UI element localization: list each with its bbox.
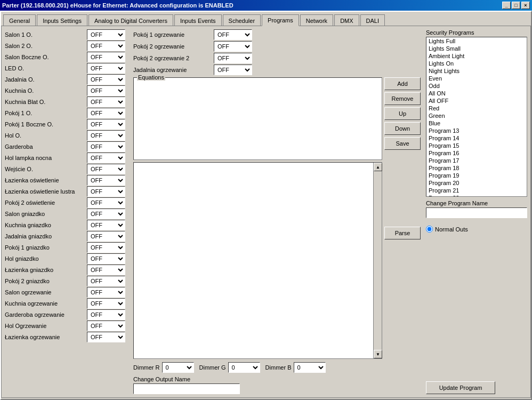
change-program-input[interactable]: [426, 207, 527, 218]
left-row-select[interactable]: OFFONToggleNo Change: [87, 253, 125, 264]
tab-programs[interactable]: Programs: [262, 14, 299, 26]
normal-outs-radio[interactable]: [426, 226, 433, 233]
center-row-select[interactable]: OFFONToggleNo Change: [214, 41, 252, 52]
left-row-select[interactable]: OFFONToggleNo Change: [87, 29, 125, 40]
scroll-down-btn[interactable]: ▼: [374, 350, 382, 358]
left-row-label: Łazienka gniazdko: [5, 267, 85, 273]
left-row-label: Kuchnia O.: [5, 87, 85, 94]
list-item[interactable]: Program 17: [426, 157, 527, 164]
parse-textarea[interactable]: [134, 163, 372, 358]
tab-network[interactable]: Network: [300, 14, 333, 26]
list-item[interactable]: Program 20: [426, 179, 527, 187]
dimmer-r-group: Dimmer R 012: [133, 362, 194, 373]
left-row-select[interactable]: OFFONToggleNo Change: [87, 197, 125, 208]
left-row-select[interactable]: OFFONToggleNo Change: [87, 153, 125, 163]
add-button[interactable]: Add: [384, 77, 421, 90]
change-output-input[interactable]: [133, 383, 240, 394]
parse-button[interactable]: Parse: [384, 227, 421, 239]
center-row-label: Pokój 2 ogrzewanie 2: [133, 55, 211, 61]
tab-general[interactable]: General: [3, 14, 36, 26]
main-window: GeneralInputs SettingsAnalog to Digital …: [0, 11, 532, 400]
center-row-select[interactable]: OFFONToggleNo Change: [214, 65, 252, 75]
left-row-select[interactable]: OFFONToggleNo Change: [87, 130, 125, 141]
list-item[interactable]: Red: [426, 105, 527, 112]
list-item[interactable]: Program 15: [426, 142, 527, 149]
left-row-select[interactable]: OFFONToggleNo Change: [87, 321, 125, 331]
tab-scheduler[interactable]: Scheduler: [223, 14, 261, 26]
list-item[interactable]: All ON: [426, 90, 527, 97]
list-item[interactable]: Lights Small: [426, 45, 527, 52]
left-row: Jadalnia gniazdkoOFFONToggleNo Change: [5, 231, 130, 242]
left-row-label: Łazienka ogrzewanie: [5, 334, 85, 340]
left-row-select[interactable]: OFFONToggleNo Change: [87, 63, 125, 74]
close-button[interactable]: ×: [521, 2, 530, 9]
list-item[interactable]: Odd: [426, 82, 527, 90]
left-row-select[interactable]: OFFONToggleNo Change: [87, 97, 125, 107]
tab-dmx[interactable]: DMX: [334, 14, 359, 26]
tab-dali[interactable]: DALI: [360, 14, 385, 26]
list-item[interactable]: Program 14: [426, 134, 527, 142]
scroll-up-btn[interactable]: ▲: [374, 163, 382, 171]
left-row-select[interactable]: OFFONToggleNo Change: [87, 164, 125, 174]
list-item[interactable]: Program 22: [426, 194, 527, 197]
left-row-select[interactable]: OFFONToggleNo Change: [87, 141, 125, 152]
dimmer-r-select[interactable]: 012: [162, 362, 194, 373]
left-row-label: Pokój 1 Boczne O.: [5, 121, 85, 127]
center-row-select[interactable]: OFFONToggleNo Change: [214, 53, 252, 63]
normal-outs-label: Normal Outs: [435, 226, 468, 233]
left-row-select[interactable]: OFFONToggleNo Change: [87, 242, 125, 253]
left-row-select[interactable]: OFFONToggleNo Change: [87, 119, 125, 130]
left-row-select[interactable]: OFFONToggleNo Change: [87, 41, 125, 51]
title-bar: Parter (192.168.000.201) eHouse for Ethe…: [0, 0, 532, 11]
update-program-button[interactable]: Update Program: [426, 381, 495, 394]
list-item[interactable]: Lights On: [426, 60, 527, 67]
equations-textarea[interactable]: [134, 78, 381, 159]
left-row-select[interactable]: OFFONToggleNo Change: [87, 265, 125, 275]
left-row-select[interactable]: OFFONToggleNo Change: [87, 332, 125, 342]
center-row-select[interactable]: OFFONToggleNo Change: [214, 29, 252, 40]
left-row: Salon Boczne O.OFFONToggleNo Change: [5, 52, 130, 62]
left-row-select[interactable]: OFFONToggleNo Change: [87, 287, 125, 298]
left-row-select[interactable]: OFFONToggleNo Change: [87, 85, 125, 96]
left-row-select[interactable]: OFFONToggleNo Change: [87, 309, 125, 320]
tab-analog-to-digital-converters[interactable]: Analog to Digital Converters: [88, 14, 173, 26]
list-item[interactable]: Program 19: [426, 172, 527, 179]
list-item[interactable]: Program 21: [426, 187, 527, 194]
left-row: LED O.OFFONToggleNo Change: [5, 63, 130, 74]
tab-inputs-events[interactable]: Inputs Events: [174, 14, 222, 26]
up-button[interactable]: Up: [384, 107, 421, 120]
center-row: Pokój 2 ogrzewanie 2OFFONToggleNo Change: [133, 53, 423, 63]
list-item[interactable]: Blue: [426, 119, 527, 127]
left-row: Salon ogrzewanieOFFONToggleNo Change: [5, 287, 130, 298]
list-item[interactable]: Ambient Light: [426, 52, 527, 60]
dimmer-r-label: Dimmer R: [133, 364, 160, 371]
list-item[interactable]: Even: [426, 75, 527, 82]
left-row-select[interactable]: OFFONToggleNo Change: [87, 220, 125, 230]
left-row-select[interactable]: OFFONToggleNo Change: [87, 52, 125, 62]
list-item[interactable]: Program 18: [426, 164, 527, 172]
list-item[interactable]: Green: [426, 112, 527, 119]
left-row-select[interactable]: OFFONToggleNo Change: [87, 231, 125, 242]
dimmer-b-select[interactable]: 012: [294, 362, 326, 373]
list-item[interactable]: All OFF: [426, 97, 527, 105]
remove-button[interactable]: Remove: [384, 92, 421, 105]
left-row-select[interactable]: OFFONToggleNo Change: [87, 186, 125, 197]
list-item[interactable]: Night Lights: [426, 67, 527, 75]
save-button[interactable]: Save: [384, 137, 421, 150]
left-row-select[interactable]: OFFONToggleNo Change: [87, 276, 125, 286]
left-row-select[interactable]: OFFONToggleNo Change: [87, 108, 125, 118]
left-row-select[interactable]: OFFONToggleNo Change: [87, 175, 125, 186]
minimize-button[interactable]: _: [502, 2, 511, 9]
left-row-select[interactable]: OFFONToggleNo Change: [87, 298, 125, 309]
list-item[interactable]: Program 16: [426, 149, 527, 157]
dimmer-g-select[interactable]: 012: [228, 362, 260, 373]
security-programs-list[interactable]: Lights FullLights SmallAmbient LightLigh…: [426, 37, 527, 197]
maximize-button[interactable]: □: [512, 2, 520, 9]
dimmer-g-group: Dimmer G 012: [199, 362, 260, 373]
tab-inputs-settings[interactable]: Inputs Settings: [37, 14, 87, 26]
list-item[interactable]: Lights Full: [426, 37, 527, 45]
down-button[interactable]: Down: [384, 122, 421, 135]
list-item[interactable]: Program 13: [426, 127, 527, 134]
left-row-select[interactable]: OFFONToggleNo Change: [87, 209, 125, 219]
left-row-select[interactable]: OFFONToggleNo Change: [87, 74, 125, 85]
